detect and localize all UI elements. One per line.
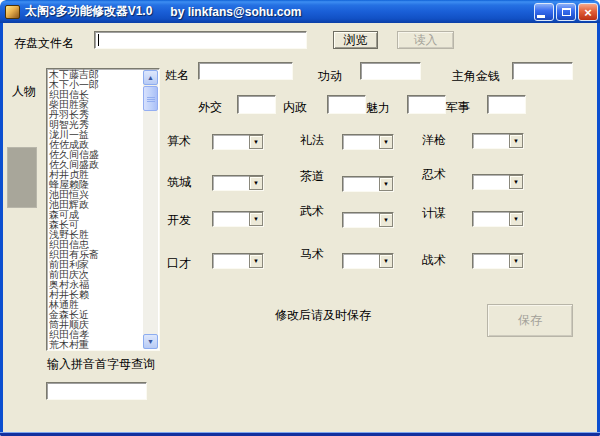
- skill-combo-arithmetic[interactable]: ▼: [212, 134, 264, 150]
- domestic-label: 内政: [283, 99, 307, 116]
- character-listbox[interactable]: 木下藤吉郎 木下小一郎 织田信长 柴田胜家 丹羽长秀 明智光秀 泷川一益 佐佐成…: [46, 68, 160, 351]
- chevron-down-icon[interactable]: ▼: [249, 176, 263, 190]
- save-button[interactable]: 保存: [487, 304, 573, 337]
- chevron-down-icon[interactable]: ▼: [509, 134, 523, 148]
- chevron-down-icon[interactable]: ▼: [509, 254, 523, 268]
- skill-combo-castle[interactable]: ▼: [212, 175, 264, 191]
- merit-input[interactable]: [360, 62, 421, 80]
- skill-combo-riding[interactable]: ▼: [342, 253, 394, 269]
- merit-label: 功动: [318, 68, 342, 85]
- skill-label-tactics: 战术: [422, 252, 446, 269]
- money-input[interactable]: [512, 62, 573, 80]
- skill-label-riding: 马术: [300, 246, 324, 263]
- skill-combo-strategy[interactable]: ▼: [472, 211, 524, 227]
- window-border-bottom: [0, 432, 600, 436]
- app-window: 太阁3多功能修改器V1.0 by linkfans@sohu.com × 存盘文…: [0, 0, 600, 436]
- skill-label-etiquette: 礼法: [300, 132, 324, 149]
- maximize-button[interactable]: [556, 3, 576, 21]
- chevron-down-icon[interactable]: ▼: [509, 175, 523, 189]
- skill-label-arithmetic: 算术: [167, 133, 191, 150]
- scroll-up-button[interactable]: ▲: [143, 70, 158, 85]
- pinyin-search-input[interactable]: [46, 382, 147, 400]
- skill-label-martial: 武术: [300, 203, 324, 220]
- chevron-down-icon[interactable]: ▼: [379, 135, 393, 149]
- military-label: 军事: [446, 99, 470, 116]
- listbox-scrollbar[interactable]: ▲ ▼: [143, 70, 158, 349]
- character-label: 人物: [12, 83, 36, 100]
- skill-combo-eloquence[interactable]: ▼: [212, 253, 264, 269]
- character-list: 木下藤吉郎 木下小一郎 织田信长 柴田胜家 丹羽长秀 明智光秀 泷川一益 佐佐成…: [47, 69, 143, 350]
- chevron-down-icon[interactable]: ▼: [509, 212, 523, 226]
- diplomacy-label: 外交: [198, 99, 222, 116]
- scroll-down-icon: ▼: [147, 338, 154, 345]
- skill-combo-tactics[interactable]: ▼: [472, 253, 524, 269]
- load-button[interactable]: 读入: [397, 31, 454, 49]
- window-title-byline: by linkfans@sohu.com: [170, 5, 301, 19]
- save-file-label: 存盘文件名: [14, 35, 74, 52]
- skill-combo-tea[interactable]: ▼: [342, 176, 394, 192]
- name-input[interactable]: [198, 62, 293, 80]
- side-placeholder-panel: [7, 147, 37, 208]
- close-button[interactable]: ×: [578, 3, 598, 21]
- maximize-icon: [562, 8, 571, 16]
- skill-combo-development[interactable]: ▼: [212, 211, 264, 227]
- skill-combo-rifle[interactable]: ▼: [472, 133, 524, 149]
- scroll-up-icon: ▲: [147, 74, 154, 81]
- name-label: 姓名: [165, 67, 189, 84]
- text-caret: [98, 34, 99, 46]
- titlebar: 太阁3多功能修改器V1.0 by linkfans@sohu.com: [0, 0, 600, 23]
- skill-label-rifle: 洋枪: [422, 132, 446, 149]
- skill-combo-etiquette[interactable]: ▼: [342, 134, 394, 150]
- save-hint-label: 修改后请及时保存: [275, 307, 371, 324]
- window-title: 太阁3多功能修改器V1.0: [25, 3, 152, 20]
- pinyin-search-label: 输入拼音首字母查询: [47, 356, 155, 373]
- military-input[interactable]: [487, 95, 526, 114]
- chevron-down-icon[interactable]: ▼: [249, 212, 263, 226]
- skill-label-tea: 茶道: [300, 168, 324, 185]
- skill-label-strategy: 计谋: [422, 205, 446, 222]
- window-border-left: [0, 23, 3, 436]
- browse-button[interactable]: 浏览: [333, 31, 378, 49]
- chevron-down-icon[interactable]: ▼: [379, 213, 393, 227]
- app-icon: [5, 5, 20, 19]
- skill-combo-martial[interactable]: ▼: [342, 212, 394, 228]
- scroll-thumb[interactable]: [143, 86, 158, 111]
- thumb-grip-icon: [147, 97, 155, 98]
- charm-label: 魅力: [366, 100, 390, 117]
- charm-input[interactable]: [407, 95, 446, 114]
- skill-combo-ninjutsu[interactable]: ▼: [472, 174, 524, 190]
- skill-label-development: 开发: [167, 212, 191, 229]
- skill-label-eloquence: 口才: [167, 255, 191, 272]
- minimize-button[interactable]: [534, 3, 554, 21]
- chevron-down-icon[interactable]: ▼: [379, 177, 393, 191]
- chevron-down-icon[interactable]: ▼: [249, 254, 263, 268]
- chevron-down-icon[interactable]: ▼: [249, 135, 263, 149]
- filename-input[interactable]: [94, 31, 307, 49]
- skill-label-ninjutsu: 忍术: [422, 166, 446, 183]
- chevron-down-icon[interactable]: ▼: [379, 254, 393, 268]
- money-label: 主角金钱: [452, 68, 500, 85]
- scroll-down-button[interactable]: ▼: [143, 334, 158, 349]
- domestic-input[interactable]: [327, 95, 366, 114]
- skill-label-castle: 筑城: [167, 174, 191, 191]
- diplomacy-input[interactable]: [237, 95, 276, 114]
- close-icon: ×: [584, 6, 592, 19]
- minimize-icon: [537, 15, 545, 18]
- list-item[interactable]: 荒木村重: [49, 340, 143, 350]
